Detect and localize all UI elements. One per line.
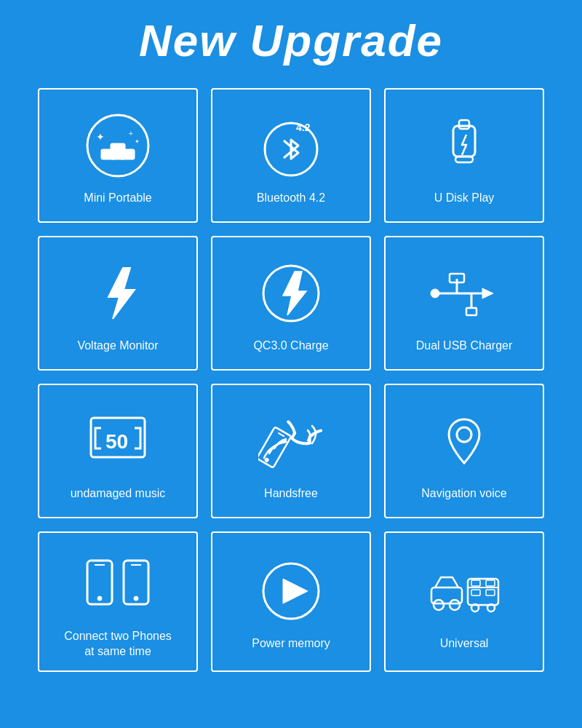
connect-phones-label: Connect two Phones at same time [64, 629, 172, 660]
card-bluetooth: 4.2 Bluetooth 4.2 [211, 88, 371, 223]
svg-marker-34 [283, 579, 308, 604]
card-connect-phones: Connect two Phones at same time [38, 531, 198, 672]
qc3charge-label: QC3.0 Charge [253, 339, 328, 354]
qc3charge-icon [255, 257, 327, 330]
undamaged-icon: 50 [81, 405, 154, 478]
handsfree-icon [255, 405, 327, 478]
svg-marker-12 [108, 268, 135, 319]
connect-phones-icon [81, 547, 154, 620]
power-memory-icon [255, 555, 327, 628]
universal-label: Universal [440, 636, 489, 652]
page-title: New Upgrade [139, 15, 443, 66]
power-memory-label: Power memory [252, 636, 330, 652]
dual-usb-icon [428, 257, 501, 330]
nav-voice-label: Navigation voice [421, 486, 506, 502]
svg-point-28 [97, 596, 102, 601]
svg-point-26 [457, 427, 471, 442]
svg-text:+: + [129, 130, 133, 138]
voltage-icon [81, 257, 154, 330]
bluetooth-icon: 4.2 [255, 109, 327, 182]
undamaged-label: undamaged music [71, 486, 166, 502]
svg-point-16 [431, 289, 439, 298]
handsfree-label: Handsfree [264, 486, 318, 502]
svg-point-31 [134, 596, 138, 601]
card-power-memory: Power memory [211, 531, 371, 672]
universal-icon [428, 555, 501, 628]
svg-text:4.2: 4.2 [296, 122, 311, 133]
udisk-icon [428, 109, 501, 182]
svg-text:50: 50 [105, 430, 128, 453]
card-qc3charge: QC3.0 Charge [211, 236, 371, 371]
svg-rect-3 [120, 149, 135, 159]
voltage-label: Voltage Monitor [77, 339, 158, 354]
svg-point-37 [450, 600, 460, 610]
card-udisk: U Disk Play [384, 88, 544, 223]
card-universal: Universal [384, 531, 544, 672]
udisk-label: U Disk Play [434, 191, 495, 206]
svg-rect-20 [466, 308, 477, 315]
card-mini-portable: ✦ + ✦ Mini Portable [38, 88, 198, 223]
svg-text:✦: ✦ [96, 131, 105, 143]
card-nav-voice: Navigation voice [384, 384, 544, 518]
dual-usb-label: Dual USB Charger [416, 339, 513, 354]
feature-grid: ✦ + ✦ Mini Portable 4.2 Bluetooth 4.2 [38, 88, 544, 672]
svg-point-36 [434, 600, 444, 610]
svg-rect-38 [468, 579, 498, 605]
mini-portable-label: Mini Portable [84, 191, 151, 206]
svg-rect-42 [471, 590, 480, 596]
svg-text:✦: ✦ [135, 138, 140, 145]
svg-marker-21 [482, 288, 493, 298]
nav-voice-icon [428, 405, 501, 478]
svg-marker-14 [283, 272, 306, 315]
svg-rect-41 [486, 580, 495, 586]
card-handsfree: Handsfree [211, 384, 371, 518]
card-dual-usb: Dual USB Charger [384, 236, 544, 371]
mini-portable-icon: ✦ + ✦ [81, 109, 154, 182]
svg-rect-11 [455, 157, 473, 162]
bluetooth-label: Bluetooth 4.2 [257, 191, 325, 206]
svg-rect-43 [486, 590, 495, 596]
card-undamaged: 50 undamaged music [38, 384, 198, 518]
svg-rect-40 [471, 580, 480, 586]
svg-point-24 [264, 457, 269, 462]
svg-line-25 [278, 432, 284, 436]
card-voltage: Voltage Monitor [38, 236, 198, 371]
svg-rect-10 [459, 120, 469, 129]
